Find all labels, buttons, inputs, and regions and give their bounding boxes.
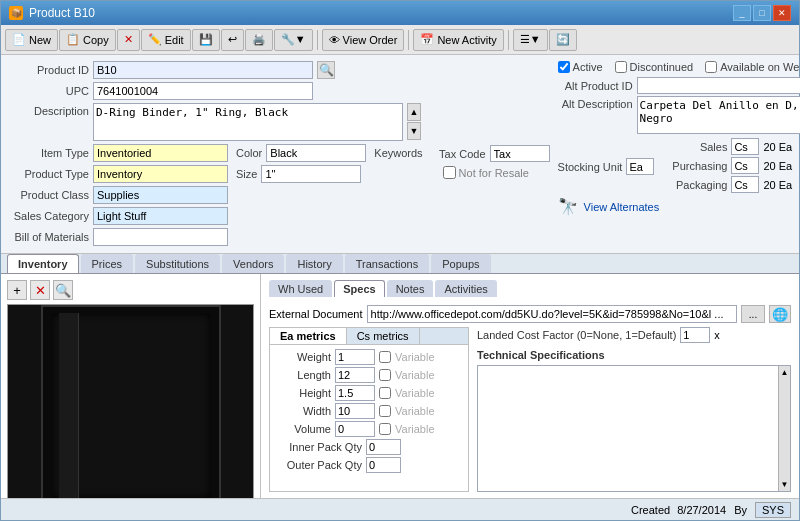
width-variable-checkbox[interactable] xyxy=(379,405,391,417)
description-row: Description D-Ring Binder, 1" Ring, Blac… xyxy=(9,103,423,141)
close-button[interactable]: ✕ xyxy=(773,5,791,21)
tab-specs[interactable]: Specs xyxy=(334,280,384,297)
form-area: Product ID 🔍 UPC Description D-Ring Bind… xyxy=(1,55,799,254)
print-button[interactable]: 🖨️ xyxy=(245,29,273,51)
web-checkbox-label: Available on Web xyxy=(705,61,800,73)
size-input[interactable] xyxy=(261,165,361,183)
scroll-down-arrow[interactable]: ▼ xyxy=(779,478,790,491)
stocking-unit-input[interactable] xyxy=(626,158,654,175)
purchasing-qty: 20 Ea xyxy=(763,160,798,172)
height-variable-checkbox[interactable] xyxy=(379,387,391,399)
item-type-label: Item Type xyxy=(9,147,89,159)
undo-button[interactable]: ↩ xyxy=(221,29,244,51)
tab-substitutions[interactable]: Substitutions xyxy=(135,254,220,273)
product-id-input[interactable] xyxy=(93,61,313,79)
tab-wh-used[interactable]: Wh Used xyxy=(269,280,332,297)
maximize-button[interactable]: □ xyxy=(753,5,771,21)
tab-history[interactable]: History xyxy=(286,254,342,273)
tab-notes[interactable]: Notes xyxy=(387,280,434,297)
volume-row: Volume Variable xyxy=(276,421,462,437)
tab-vendors[interactable]: Vendors xyxy=(222,254,284,273)
product-type-input[interactable] xyxy=(93,165,228,183)
sales-category-input[interactable] xyxy=(93,207,228,225)
binder-spine xyxy=(59,313,79,498)
product-class-input[interactable] xyxy=(93,186,228,204)
add-image-button[interactable]: + xyxy=(7,280,27,300)
zoom-image-button[interactable]: 🔍 xyxy=(53,280,73,300)
discontinued-checkbox[interactable] xyxy=(615,61,627,73)
copy-button[interactable]: 📋 Copy xyxy=(59,29,116,51)
new-button[interactable]: 📄 New xyxy=(5,29,58,51)
desc-scroll-up[interactable]: ▲ xyxy=(407,103,421,121)
volume-input[interactable] xyxy=(335,421,375,437)
save-button[interactable]: 💾 xyxy=(192,29,220,51)
tax-code-input[interactable] xyxy=(490,145,550,162)
ea-metrics-tab[interactable]: Ea metrics xyxy=(270,328,347,344)
print-icon: 🖨️ xyxy=(252,33,266,46)
tab-activities[interactable]: Activities xyxy=(435,280,496,297)
bom-input[interactable] xyxy=(93,228,228,246)
description-label: Description xyxy=(9,103,89,117)
weight-input[interactable] xyxy=(335,349,375,365)
height-input[interactable] xyxy=(335,385,375,401)
globe-button[interactable]: 🌐 xyxy=(769,305,791,323)
purchasing-unit-input[interactable] xyxy=(731,157,759,174)
new-activity-button[interactable]: 📅 New Activity xyxy=(413,29,503,51)
description-textarea[interactable]: D-Ring Binder, 1" Ring, Black xyxy=(93,103,403,141)
volume-variable-checkbox[interactable] xyxy=(379,423,391,435)
height-variable-label: Variable xyxy=(395,387,435,399)
scroll-up-arrow[interactable]: ▲ xyxy=(779,366,790,379)
view-alternates-row: 🔭 View Alternates xyxy=(558,197,800,216)
weight-variable-label: Variable xyxy=(395,351,435,363)
product-search-button[interactable]: 🔍 xyxy=(317,61,335,79)
cs-metrics-tab[interactable]: Cs metrics xyxy=(347,328,420,344)
edit-button[interactable]: ✏️ Edit xyxy=(141,29,191,51)
tab-prices[interactable]: Prices xyxy=(81,254,134,273)
sales-row: Sales 20 Ea xyxy=(662,138,798,155)
width-row: Width Variable xyxy=(276,403,462,419)
content-area: + ✕ 🔍 Wh Used Specs Notes Activiti xyxy=(1,274,799,498)
desc-scroll-down[interactable]: ▼ xyxy=(407,122,421,140)
minimize-button[interactable]: _ xyxy=(733,5,751,21)
product-image xyxy=(7,304,254,498)
landed-cost-clear[interactable]: x xyxy=(714,329,720,341)
color-input[interactable] xyxy=(266,144,366,162)
external-document-input[interactable] xyxy=(367,305,737,323)
refresh-button[interactable]: 🔄 xyxy=(549,29,577,51)
dropdown-button[interactable]: 🔧▼ xyxy=(274,29,313,51)
alt-product-id-input[interactable] xyxy=(637,77,800,94)
view-order-button[interactable]: 👁 View Order xyxy=(322,29,405,51)
item-type-input[interactable] xyxy=(93,144,228,162)
window-controls: _ □ ✕ xyxy=(733,5,791,21)
browse-button[interactable]: ... xyxy=(741,305,765,323)
tab-inventory[interactable]: Inventory xyxy=(7,254,79,273)
alt-description-textarea[interactable]: Carpeta Del Anillo en D, Anillo Del 1", … xyxy=(637,96,800,134)
tab-popups[interactable]: Popups xyxy=(431,254,490,273)
web-checkbox[interactable] xyxy=(705,61,717,73)
inner-pack-input[interactable] xyxy=(366,439,401,455)
height-row: Height Variable xyxy=(276,385,462,401)
length-input[interactable] xyxy=(335,367,375,383)
active-checkbox[interactable] xyxy=(558,61,570,73)
length-variable-checkbox[interactable] xyxy=(379,369,391,381)
color-label: Color xyxy=(236,147,262,159)
height-label: Height xyxy=(276,387,331,399)
not-for-resale-checkbox[interactable] xyxy=(443,166,456,179)
outer-pack-input[interactable] xyxy=(366,457,401,473)
packaging-unit-input[interactable] xyxy=(731,176,759,193)
remove-image-button[interactable]: ✕ xyxy=(30,280,50,300)
binoculars-icon[interactable]: 🔭 xyxy=(558,197,578,216)
landed-cost-input[interactable] xyxy=(680,327,710,343)
tech-specs-scrollbar[interactable]: ▲ ▼ xyxy=(778,366,790,491)
edit-label: Edit xyxy=(165,34,184,46)
extras-dropdown-button[interactable]: ☰▼ xyxy=(513,29,548,51)
weight-variable-checkbox[interactable] xyxy=(379,351,391,363)
panel-buttons: + ✕ 🔍 xyxy=(5,278,256,302)
delete-button[interactable]: ✕ xyxy=(117,29,140,51)
sales-unit-input[interactable] xyxy=(731,138,759,155)
tab-transactions[interactable]: Transactions xyxy=(345,254,430,273)
size-label: Size xyxy=(236,168,257,180)
width-input[interactable] xyxy=(335,403,375,419)
view-alternates-button[interactable]: View Alternates xyxy=(582,199,662,215)
upc-input[interactable] xyxy=(93,82,313,100)
